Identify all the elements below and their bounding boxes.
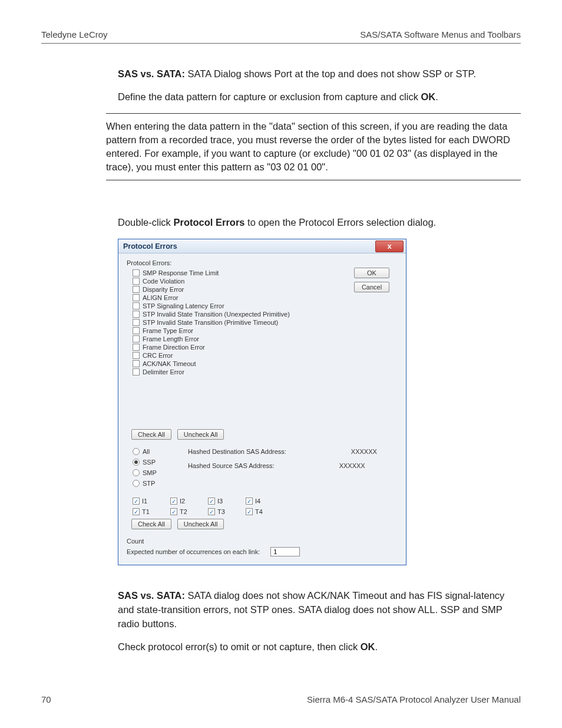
checkbox-t4[interactable] [246,508,253,515]
text: SATA Dialog shows Port at the top and do… [185,68,476,79]
protocol-errors-dialog: Protocol Errors x OK Cancel Protocol Err… [118,239,406,565]
bold-label: SAS vs. SATA: [118,68,185,79]
radio-label: All [143,448,150,455]
uncheck-all-button[interactable]: Uncheck All [177,429,224,440]
matrix-label: T1 [142,508,150,515]
checkbox[interactable] [133,286,140,293]
error-item: STP Signaling Latency Error [143,302,224,309]
error-item: ALIGN Error [143,294,178,301]
checkbox-i4[interactable] [246,498,253,505]
count-input[interactable] [270,547,300,556]
check-all-button-2[interactable]: Check All [131,519,171,529]
matrix-label: I2 [180,498,185,505]
page-footer: 70 Sierra M6-4 SAS/SATA Protocol Analyze… [41,694,521,704]
error-item: SMP Response Time Limit [143,269,219,276]
dialog-titlebar: Protocol Errors x [118,239,406,253]
count-line-label: Expected number of occurrences on each l… [127,548,260,555]
checkbox[interactable] [133,335,140,342]
hashed-dest-value: XXXXXX [351,448,377,455]
checkbox[interactable] [133,278,140,285]
checkbox[interactable] [133,352,140,359]
header-right: SAS/SATA Software Menus and Toolbars [360,29,521,39]
radio-stp[interactable] [133,480,140,487]
radio-ssp[interactable] [133,459,140,466]
dialog-title-text: Protocol Errors [123,242,177,251]
text: Check protocol error(s) to omit or not c… [118,641,361,652]
error-item: ACK/NAK Timeout [143,360,196,367]
radio-all[interactable] [133,448,140,455]
checkbox[interactable] [133,327,140,334]
error-item: Disparity Error [143,286,184,293]
error-item: Frame Length Error [143,335,199,342]
matrix-label: T3 [217,508,225,515]
count-label: Count [127,538,398,545]
bold-label: SAS vs. SATA: [118,590,185,601]
note-text: When entering the data pattern in the "d… [106,120,521,174]
matrix-label: T4 [255,508,263,515]
checkbox[interactable] [133,269,140,276]
text: to open the Protocol Errors selection di… [244,217,436,228]
matrix-label: T2 [180,508,187,515]
error-item: CRC Error [143,352,173,359]
checkbox[interactable] [133,294,140,301]
radio-label: SSP [143,459,156,466]
close-button[interactable]: x [375,241,404,252]
ok-button[interactable]: OK [354,268,389,278]
error-item: STP Invalid State Transition (Primitive … [143,319,278,326]
cancel-button[interactable]: Cancel [354,282,389,292]
radio-label: SMP [143,469,157,476]
close-icon: x [387,242,391,251]
checkbox-t3[interactable] [208,508,215,515]
matrix-label: I1 [142,498,147,505]
text: Define the data pattern for capture or e… [118,91,421,102]
radio-smp[interactable] [133,469,140,476]
text: . [375,641,378,652]
error-item: STP Invalid State Transition (Unexpected… [143,311,290,318]
note-box: When entering the data pattern in the "d… [106,113,521,180]
text: Double-click [118,217,173,228]
radio-label: STP [143,480,155,487]
checkbox[interactable] [133,344,140,351]
check-all-button[interactable]: Check All [131,429,171,440]
protocol-errors-label: Protocol Errors: [127,259,398,266]
paragraph-define-pattern: Define the data pattern for capture or e… [118,90,521,104]
hashed-dest-label: Hashed Destination SAS Address: [188,448,286,455]
error-item: Frame Type Error [143,327,193,334]
error-item: Delimiter Error [143,368,184,375]
paragraph-doubleclick: Double-click Protocol Errors to open the… [118,216,521,230]
checkbox-i1[interactable] [133,498,140,505]
paragraph-sas-sata-2: SAS vs. SATA: SATA dialog does not show … [118,589,521,631]
page-header: Teledyne LeCroy SAS/SATA Software Menus … [41,29,521,44]
paragraph-check-errors: Check protocol error(s) to omit or not c… [118,640,521,654]
uncheck-all-button-2[interactable]: Uncheck All [177,519,224,529]
footer-title: Sierra M6-4 SAS/SATA Protocol Analyzer U… [307,694,521,704]
page-number: 70 [41,694,51,704]
link-matrix: I1 I2 I3 I4 T1 T2 T3 T4 [133,498,398,515]
matrix-label: I4 [255,498,260,505]
checkbox-i3[interactable] [208,498,215,505]
checkbox-t1[interactable] [133,508,140,515]
checkbox[interactable] [133,311,140,318]
checkbox[interactable] [133,360,140,367]
text: . [435,91,438,102]
protocol-radio-group: All SSP SMP STP [133,448,157,487]
bold-ok: OK [421,91,436,102]
error-item: Code Violation [143,278,184,285]
bold-ok: OK [361,641,375,652]
bold-protocol-errors: Protocol Errors [173,217,244,228]
checkbox-i2[interactable] [170,498,177,505]
checkbox[interactable] [133,368,140,375]
error-item: Frame Direction Error [143,344,205,351]
hashed-src-label: Hashed Source SAS Address: [188,462,275,469]
checkbox-t2[interactable] [170,508,177,515]
checkbox[interactable] [133,319,140,326]
checkbox[interactable] [133,302,140,309]
hashed-src-value: XXXXXX [339,462,365,469]
paragraph-sas-sata-1: SAS vs. SATA: SATA Dialog shows Port at … [118,67,521,81]
matrix-label: I3 [217,498,223,505]
header-left: Teledyne LeCroy [41,29,108,39]
